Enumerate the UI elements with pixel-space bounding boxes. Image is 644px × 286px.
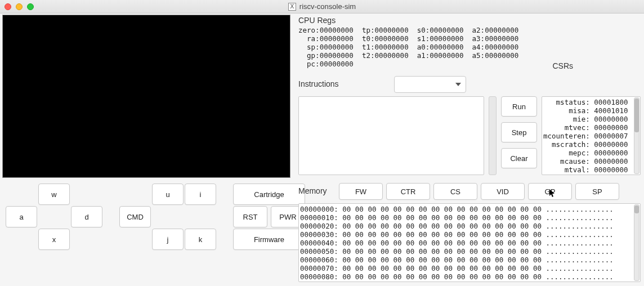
csrs-scrollbar[interactable] — [634, 97, 639, 174]
titlebar: X riscv-console-sim — [0, 0, 644, 14]
x11-icon: X — [288, 3, 296, 11]
memory-scrollbar[interactable] — [634, 204, 639, 281]
csrs-list: mstatus: 00001800 misa: 40001010 mie: 00… — [542, 96, 641, 175]
mem-tab-vid[interactable]: VID — [481, 183, 525, 200]
rst-button[interactable]: RST — [233, 206, 267, 227]
cmd-button[interactable]: CMD — [119, 206, 151, 227]
instructions-scrollbar[interactable] — [489, 96, 497, 175]
instructions-label: Instructions — [298, 79, 388, 88]
j-button[interactable]: j — [152, 229, 184, 250]
instructions-combo[interactable] — [394, 76, 466, 93]
dpad-left-button[interactable]: a — [6, 206, 37, 227]
minimize-icon[interactable] — [16, 3, 23, 10]
i-button[interactable]: i — [185, 184, 216, 205]
clear-button[interactable]: Clear — [501, 148, 537, 168]
close-icon[interactable] — [5, 3, 11, 10]
cpu-regs-label: CPU Regs — [298, 16, 641, 25]
face-buttons: CMD u i j k — [119, 184, 216, 250]
mem-tab-ctr[interactable]: CTR — [386, 183, 430, 200]
instructions-list[interactable] — [298, 96, 484, 175]
memory-label: Memory — [298, 186, 336, 195]
mem-tab-cs[interactable]: CS — [433, 183, 477, 200]
cpu-regs: zero:00000000 tp:00000000 s0:00000000 a2… — [298, 26, 641, 68]
window-controls — [5, 3, 34, 10]
dpad-up-button[interactable]: w — [38, 184, 70, 205]
maximize-icon[interactable] — [27, 3, 34, 10]
mem-tab-gp[interactable]: GP — [528, 183, 572, 200]
window-title: riscv-console-sim — [299, 2, 356, 11]
csr-text: mstatus: 00001800 misa: 40001010 mie: 00… — [543, 98, 640, 175]
dpad-right-button[interactable]: d — [71, 206, 102, 227]
mem-tab-sp[interactable]: SP — [575, 183, 619, 200]
display-screen — [2, 15, 290, 178]
memory-hex-text: 00000000: 00 00 00 00 00 00 00 00 00 00 … — [300, 205, 632, 282]
memory-hex-view[interactable]: 00000000: 00 00 00 00 00 00 00 00 00 00 … — [298, 203, 641, 282]
k-button[interactable]: k — [185, 229, 216, 250]
dpad-down-button[interactable]: x — [38, 229, 70, 250]
chevron-down-icon — [455, 83, 461, 86]
dpad: w a d x — [6, 184, 102, 250]
run-button[interactable]: Run — [501, 96, 537, 117]
mem-tab-fw[interactable]: FW — [339, 183, 383, 200]
step-button[interactable]: Step — [501, 122, 537, 142]
csrs-label: CSRs — [552, 61, 573, 70]
u-button[interactable]: u — [152, 184, 184, 205]
